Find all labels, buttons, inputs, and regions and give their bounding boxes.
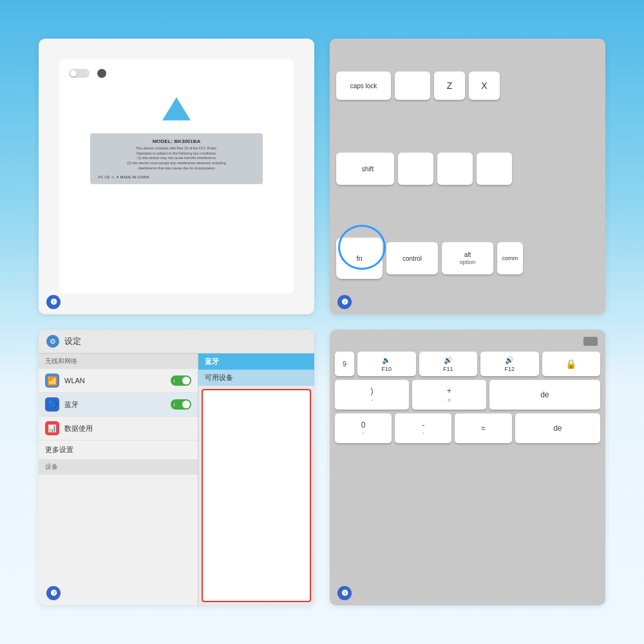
- model-sticker: MODEL: BK3001BA This device complies wit…: [90, 133, 262, 184]
- zero-key: 0 -: [335, 413, 392, 443]
- z-key: Z: [434, 71, 465, 100]
- close-paren-key: ) -: [335, 380, 409, 410]
- bluetooth-icon: 🔵: [45, 397, 59, 412]
- bluetooth-item[interactable]: 🔵 蓝牙 I: [39, 393, 198, 417]
- power-switch: [69, 69, 90, 78]
- bluetooth-toggle[interactable]: I: [171, 399, 191, 410]
- settings-gear-icon: ⚙: [46, 335, 59, 348]
- step-1-badge: ❶: [46, 295, 61, 309]
- del-label: de: [553, 424, 562, 433]
- dash-sub: -: [422, 430, 424, 436]
- model-number: MODEL: BK3001BA: [98, 138, 254, 144]
- settings-body: 无线和网络 📶 WLAN I 🔵 蓝牙 I: [39, 354, 314, 605]
- control-key: control: [386, 242, 438, 274]
- settings-header: ⚙ 设定: [39, 330, 314, 354]
- settings-title-text: 设定: [64, 336, 81, 347]
- settings-right-panel: 蓝牙 可用设备: [198, 354, 314, 605]
- alt-label: alt: [464, 251, 471, 258]
- close-paren-sub: -: [371, 397, 373, 403]
- lock-icon: 🔒: [565, 359, 576, 369]
- empty-key-4: [477, 153, 512, 185]
- keyboard-close-up: caps lock Z X shift fn control alt optio…: [330, 39, 605, 314]
- keyboard-back-inner: MODEL: BK3001BA This device complies wit…: [59, 59, 294, 294]
- del-partial-key: de: [515, 413, 600, 443]
- f10-label: F10: [381, 366, 392, 372]
- settings-interface: ⚙ 设定 无线和网络 📶 WLAN I: [39, 330, 314, 605]
- more-settings-item[interactable]: 更多设置: [39, 440, 198, 459]
- eq-top: =: [481, 424, 486, 433]
- f12-label: F12: [504, 366, 515, 372]
- shift-key: shift: [336, 153, 394, 185]
- toggle-on-text: I: [173, 378, 175, 384]
- panel-3-settings: ⚙ 设定 无线和网络 📶 WLAN I: [39, 330, 314, 605]
- f10-icon: 🔉: [382, 356, 391, 365]
- keyboard-indicator-led: [583, 337, 598, 346]
- main-grid: MODEL: BK3001BA This device complies wit…: [0, 0, 644, 644]
- fn-key: fn: [336, 238, 383, 279]
- wifi-toggle[interactable]: I: [171, 375, 191, 386]
- f12-key: 🔊 F12: [480, 352, 539, 376]
- option-label: option: [460, 259, 476, 265]
- equals-sub: =: [448, 397, 451, 403]
- device-section-label: 设备: [39, 459, 198, 475]
- close-paren-top: ): [370, 386, 373, 395]
- wireless-section-label: 无线和网络: [39, 354, 198, 369]
- bt-panel-header: 蓝牙: [198, 354, 314, 370]
- de-label: de: [540, 390, 549, 399]
- bluetooth-label: 蓝牙: [64, 400, 166, 410]
- alt-option-key: alt option: [442, 242, 493, 274]
- available-devices-header: 可用设备: [198, 370, 314, 386]
- step-3-badge: ❸: [46, 586, 61, 600]
- empty-key-3: [437, 153, 473, 185]
- x-key: X: [469, 71, 500, 100]
- keyboard-top-bar: [335, 335, 600, 348]
- f11-label: F11: [443, 366, 453, 372]
- fkey-row: 9 🔉 F10 🔊 F11 🔊 F12 🔒: [335, 352, 600, 376]
- camera-dot: [97, 69, 106, 78]
- up-arrow-icon: [162, 97, 191, 120]
- f10-key: 🔉 F10: [357, 352, 416, 376]
- command-key: comm: [497, 242, 523, 274]
- wifi-icon: 📶: [45, 374, 59, 388]
- settings-left-panel: 无线和网络 📶 WLAN I 🔵 蓝牙 I: [39, 354, 198, 605]
- dash-top: -: [422, 421, 424, 430]
- f11-key: 🔊 F11: [419, 352, 478, 376]
- wifi-label: WLAN: [64, 377, 166, 384]
- wifi-item[interactable]: 📶 WLAN I: [39, 369, 198, 393]
- num-9-key: 9: [335, 352, 354, 376]
- keyboard-top: 9 🔉 F10 🔊 F11 🔊 F12 🔒: [330, 330, 605, 605]
- panel-4-keyboard-top: 9 🔉 F10 🔊 F11 🔊 F12 🔒: [330, 330, 605, 605]
- empty-key-2: [398, 153, 433, 185]
- key-row-1: caps lock Z X: [336, 71, 599, 100]
- caps-lock-key: caps lock: [336, 71, 391, 100]
- certifications: FC CE ☺ ✕ MADE IN CHINA: [98, 175, 254, 179]
- panel-1-keyboard-back: MODEL: BK3001BA This device complies wit…: [39, 39, 314, 314]
- step-2-badge: ❷: [337, 295, 352, 309]
- data-icon: 📊: [45, 421, 59, 435]
- zero-top: 0: [361, 421, 366, 430]
- lock-key: 🔒: [542, 352, 601, 376]
- top-bar: [69, 69, 284, 78]
- key-row-2: shift: [336, 153, 599, 185]
- underscore-key: - -: [395, 413, 451, 443]
- panel-2-keyboard-keys: caps lock Z X shift fn control alt optio…: [330, 39, 605, 314]
- model-description: This device complies with Part 15 of the…: [98, 146, 254, 171]
- available-devices-list: [202, 389, 311, 602]
- step-4-badge: ❹: [337, 586, 352, 600]
- num-row: ) - + = de: [335, 380, 600, 410]
- f12-icon: 🔊: [505, 356, 514, 365]
- data-usage-item[interactable]: 📊 数据使用: [39, 417, 198, 440]
- equals-key: =: [455, 413, 511, 443]
- plus-top: +: [447, 386, 451, 395]
- empty-key-1: [395, 71, 430, 100]
- bt-toggle-on-text: I: [173, 402, 175, 408]
- delete-key-partial: de: [489, 380, 600, 410]
- zero-sub: -: [363, 430, 365, 436]
- minus-plus-key: + =: [412, 380, 486, 410]
- f11-icon: 🔊: [444, 356, 453, 365]
- bottom-row: 0 - - - = de: [335, 413, 600, 443]
- data-label: 数据使用: [64, 424, 191, 433]
- key-row-3: fn control alt option comm: [336, 238, 599, 281]
